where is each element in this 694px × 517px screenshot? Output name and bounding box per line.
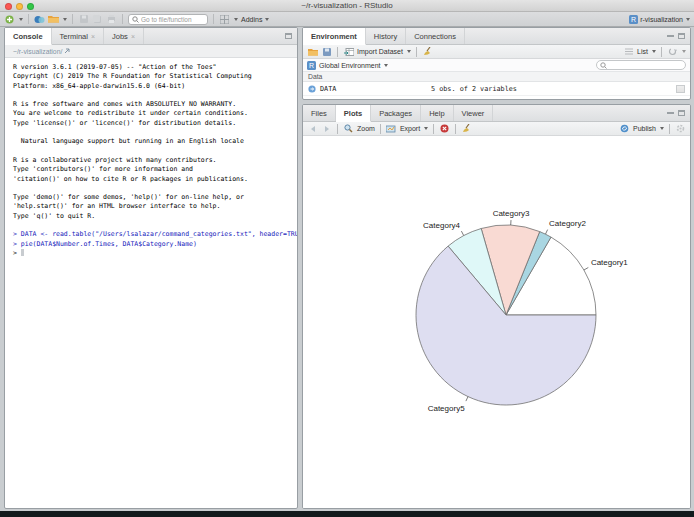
goto-file-input[interactable]	[141, 16, 204, 23]
save-all-button[interactable]	[92, 14, 103, 25]
environment-section-header: Data	[303, 72, 690, 82]
tab-jobs-label: Jobs	[112, 32, 128, 41]
previous-plot-arrow-icon[interactable]	[307, 123, 318, 134]
zoom-button[interactable]	[27, 3, 34, 10]
new-file-button[interactable]	[4, 14, 15, 25]
import-dataset-icon[interactable]	[343, 46, 354, 57]
dataframe-icon[interactable]	[308, 85, 316, 93]
save-button[interactable]	[78, 14, 89, 25]
open-recent-caret-icon[interactable]	[63, 18, 67, 21]
addins-dropdown[interactable]: Addins	[241, 16, 269, 23]
console-line: Type 'contributors()' for more informati…	[13, 165, 297, 174]
pie-label-tick	[546, 230, 548, 235]
new-project-icon[interactable]	[34, 14, 45, 25]
import-dataset-caret-icon[interactable]	[407, 50, 411, 53]
pie-label-tick	[466, 397, 468, 402]
console-panel: Console Terminal × Jobs × ~/r-visualizat…	[4, 27, 298, 509]
tab-connections[interactable]: Connections	[406, 28, 465, 44]
traffic-lights	[5, 3, 34, 10]
open-file-button[interactable]	[48, 14, 59, 25]
object-name: DATA	[320, 85, 336, 93]
toolbar-separator	[72, 14, 73, 24]
addins-caret-icon	[265, 18, 269, 21]
plot-area[interactable]: Category1Category2Category3Category4Cate…	[303, 137, 690, 508]
environment-scope-row: R Global Environment	[303, 59, 690, 72]
tab-viewer-label: Viewer	[462, 109, 485, 118]
minimize-button[interactable]	[16, 3, 23, 10]
project-selector[interactable]: R r-visualization	[629, 15, 690, 24]
console-line	[13, 91, 297, 100]
tab-viewer[interactable]: Viewer	[454, 105, 494, 121]
minimize-pane-icon[interactable]	[667, 112, 674, 114]
project-name: r-visualization	[640, 16, 683, 23]
toolbar-separator	[661, 47, 662, 57]
console-line: Type 'demo()' for some demos, 'help()' f…	[13, 193, 297, 202]
maximize-pane-icon[interactable]	[285, 33, 292, 39]
toolbar-separator	[28, 14, 29, 24]
console-line	[13, 128, 297, 137]
tab-packages-label: Packages	[379, 109, 412, 118]
refresh-caret-icon[interactable]	[682, 50, 686, 53]
tab-close-icon[interactable]: ×	[131, 33, 135, 40]
load-workspace-button[interactable]	[307, 46, 318, 57]
tab-close-icon[interactable]: ×	[91, 33, 95, 40]
tab-jobs[interactable]: Jobs ×	[104, 28, 144, 44]
list-view-icon[interactable]	[623, 46, 634, 57]
tab-plots[interactable]: Plots	[336, 105, 371, 122]
console-line: 'help.start()' for an HTML browser inter…	[13, 202, 297, 211]
tab-environment[interactable]: Environment	[303, 28, 366, 45]
environment-scope-caret-icon[interactable]	[384, 64, 388, 67]
import-dataset-label[interactable]: Import Dataset	[357, 48, 403, 55]
close-button[interactable]	[5, 3, 12, 10]
export-plot-icon[interactable]	[386, 123, 397, 134]
list-view-caret-icon[interactable]	[652, 50, 656, 53]
tab-console[interactable]: Console	[5, 28, 52, 45]
refresh-gear-icon[interactable]	[675, 123, 686, 134]
publish-caret-icon[interactable]	[660, 127, 664, 130]
tab-files[interactable]: Files	[303, 105, 336, 121]
environment-search[interactable]	[596, 60, 686, 70]
maximize-pane-icon[interactable]	[678, 110, 685, 116]
goto-file-search[interactable]	[128, 14, 208, 25]
export-plot-label[interactable]: Export	[400, 125, 420, 132]
publish-label[interactable]: Publish	[633, 125, 656, 132]
list-view-label[interactable]: List	[637, 48, 648, 55]
toolbar-separator	[337, 124, 338, 134]
publish-icon[interactable]	[619, 123, 630, 134]
export-caret-icon[interactable]	[424, 127, 428, 130]
tab-history[interactable]: History	[366, 28, 406, 44]
environment-search-input[interactable]	[609, 62, 682, 69]
panes-caret-icon[interactable]	[234, 18, 238, 21]
environment-object-row[interactable]: DATA 5 obs. of 2 variables	[303, 82, 690, 96]
panes-layout-button[interactable]	[219, 14, 230, 25]
rstudio-window: { "window": { "title": "~/r-visualizatio…	[0, 0, 694, 517]
clear-objects-broom-icon[interactable]	[422, 46, 433, 57]
remove-plot-icon[interactable]	[439, 123, 450, 134]
tab-help[interactable]: Help	[421, 105, 453, 121]
toolbar-separator	[380, 124, 381, 134]
view-table-icon[interactable]	[676, 85, 685, 93]
minimize-pane-icon[interactable]	[667, 35, 674, 37]
save-workspace-button[interactable]	[321, 46, 332, 57]
maximize-pane-icon[interactable]	[678, 33, 685, 39]
tab-packages[interactable]: Packages	[371, 105, 421, 121]
console-line: 'citation()' on how to cite R or R packa…	[13, 175, 297, 184]
new-file-caret-icon[interactable]	[19, 18, 23, 21]
tab-terminal[interactable]: Terminal ×	[52, 28, 104, 44]
environment-toolbar: Import Dataset List	[303, 45, 690, 59]
console-line: > pie(DATA$Number.of.Times, DATA$Categor…	[13, 240, 297, 249]
refresh-icon[interactable]	[667, 46, 678, 57]
open-directory-arrow-icon[interactable]	[64, 48, 70, 54]
console-path-bar: ~/r-visualization/	[5, 45, 297, 58]
object-summary: 5 obs. of 2 variables	[431, 85, 517, 93]
console-cursor	[21, 249, 25, 256]
console-output[interactable]: R version 3.6.1 (2019-07-05) -- "Action …	[5, 58, 297, 258]
environment-scope-label[interactable]: Global Environment	[319, 62, 380, 69]
next-plot-arrow-icon[interactable]	[321, 123, 332, 134]
environment-panel: Environment History Connections Import D…	[302, 27, 691, 100]
pie-label-category4: Category4	[423, 221, 460, 230]
zoom-plot-label[interactable]: Zoom	[357, 125, 375, 132]
print-button[interactable]	[106, 14, 117, 25]
clear-plots-broom-icon[interactable]	[461, 123, 472, 134]
zoom-plot-icon[interactable]	[343, 123, 354, 134]
